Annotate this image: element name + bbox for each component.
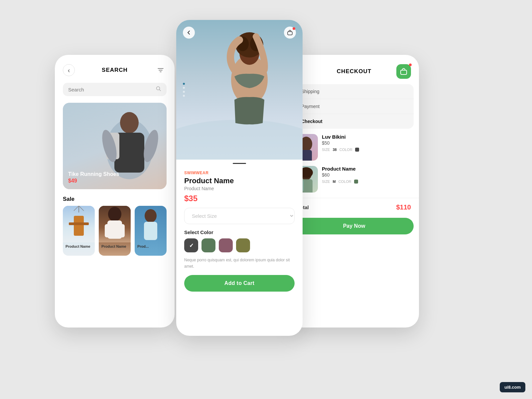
order-item: Luv Bikini $50 SIZE 38 COLOR xyxy=(295,134,414,161)
dot-3[interactable] xyxy=(183,91,185,93)
svg-rect-21 xyxy=(144,222,157,240)
list-item[interactable]: Product Name xyxy=(63,206,95,256)
featured-label: Tike Running Shoes $49 xyxy=(68,171,119,184)
color-section: Select Color ✓ xyxy=(184,229,295,252)
svg-rect-11 xyxy=(74,216,84,236)
featured-card[interactable]: Tike Running Shoes $49 xyxy=(63,103,167,189)
step-shipping[interactable]: Shipping xyxy=(295,84,414,99)
product-category: SWIMWEAR xyxy=(184,171,295,175)
checkout-title: CHECKOUT xyxy=(337,68,371,75)
total-row: Total $110 xyxy=(289,198,419,215)
svg-rect-12 xyxy=(69,222,89,225)
color-dot-2 xyxy=(354,180,358,184)
svg-rect-30 xyxy=(401,70,407,74)
checkout-screen: CHECKOUT Shipping Payment Checkout Luv B… xyxy=(289,55,419,328)
hero-image xyxy=(176,20,303,160)
search-screen: SEARCH xyxy=(55,55,175,328)
total-amount: $110 xyxy=(396,203,411,211)
checkout-bag-dot xyxy=(409,64,412,66)
dot-1[interactable] xyxy=(183,83,185,85)
search-bar[interactable] xyxy=(63,83,167,96)
step-payment[interactable]: Payment xyxy=(295,99,414,114)
add-to-cart-button[interactable]: Add to Cart xyxy=(184,275,295,292)
svg-line-4 xyxy=(160,90,161,91)
product-description: Neque porro quisquam est, qui dolorem ip… xyxy=(184,257,295,270)
size-label-1: SIZE xyxy=(322,148,330,152)
svg-line-15 xyxy=(79,206,84,211)
sale-item-label: Product Name xyxy=(99,242,131,250)
sale-item-label: Product Name xyxy=(63,242,95,250)
order-item-info-1: Luv Bikini $50 SIZE 38 COLOR xyxy=(322,134,414,152)
nav-back-button[interactable] xyxy=(183,27,195,39)
featured-price: $49 xyxy=(68,178,119,184)
order-item: Product Name $60 SIZE M COLOR xyxy=(295,166,414,193)
order-item-name-2: Product Name xyxy=(322,166,414,172)
color-swatch-dark[interactable]: ✓ xyxy=(184,238,198,252)
pay-now-button[interactable]: Pay Now xyxy=(295,218,414,234)
sale-grid: Product Name Product Name Prod... xyxy=(55,206,175,256)
order-list: Luv Bikini $50 SIZE 38 COLOR xyxy=(289,134,419,193)
svg-point-16 xyxy=(108,207,121,221)
slide-indicator xyxy=(176,160,303,164)
product-price: $35 xyxy=(184,194,295,203)
search-title: SEARCH xyxy=(102,67,128,73)
search-header: SEARCH xyxy=(55,55,175,80)
svg-line-14 xyxy=(74,206,79,211)
color-swatch-mauve[interactable] xyxy=(219,238,233,252)
watermark: ui8.com xyxy=(500,382,525,392)
order-item-price-1: $50 xyxy=(322,140,414,146)
size-value-2: M xyxy=(332,180,335,184)
order-item-name-1: Luv Bikini xyxy=(322,134,414,140)
size-select[interactable]: Select Size XS S M L XL xyxy=(184,208,295,224)
search-input[interactable] xyxy=(68,87,153,92)
filter-button[interactable] xyxy=(155,64,167,76)
svg-rect-29 xyxy=(288,32,292,35)
size-label-2: SIZE xyxy=(322,180,330,184)
featured-name: Tike Running Shoes xyxy=(68,171,119,177)
product-screen: SWIMWEAR Product Name Product Name $35 S… xyxy=(176,20,303,336)
color-dot-1 xyxy=(355,148,359,152)
order-item-info-2: Product Name $60 SIZE M COLOR xyxy=(322,166,414,184)
color-label: Select Color xyxy=(184,229,295,235)
svg-rect-19 xyxy=(118,224,125,237)
product-name-main: Product Name xyxy=(184,177,295,185)
color-label-1: COLOR xyxy=(339,148,352,152)
product-name-sub: Product Name xyxy=(184,186,295,191)
back-button[interactable] xyxy=(63,64,75,76)
sale-section-title: Sale xyxy=(55,189,175,206)
color-label-2: COLOR xyxy=(338,180,351,184)
svg-point-6 xyxy=(120,112,139,133)
nav-bag-button[interactable] xyxy=(284,27,296,39)
color-swatches: ✓ xyxy=(184,238,295,252)
search-icon xyxy=(156,86,161,93)
svg-rect-18 xyxy=(105,224,111,237)
list-item[interactable]: Product Name xyxy=(99,206,131,256)
checkout-bag-button[interactable] xyxy=(396,64,411,79)
sale-item-label: Prod... xyxy=(135,242,167,250)
svg-point-20 xyxy=(145,209,157,222)
list-item[interactable]: Prod... xyxy=(135,206,167,256)
svg-point-23 xyxy=(176,120,303,160)
order-item-meta-2: SIZE M COLOR xyxy=(322,180,414,184)
order-item-price-2: $60 xyxy=(322,172,414,178)
dot-2[interactable] xyxy=(183,87,185,89)
checkout-steps: Shipping Payment Checkout xyxy=(295,84,414,129)
product-hero xyxy=(176,20,303,160)
color-swatch-green[interactable] xyxy=(201,238,215,252)
product-nav xyxy=(176,27,303,39)
image-dots-nav xyxy=(183,83,185,97)
product-info: SWIMWEAR Product Name Product Name $35 S… xyxy=(176,164,303,298)
size-value-1: 38 xyxy=(332,148,336,152)
order-item-meta-1: SIZE 38 COLOR xyxy=(322,148,414,152)
checkout-header: CHECKOUT xyxy=(289,55,419,84)
step-checkout[interactable]: Checkout xyxy=(295,114,414,129)
dot-4[interactable] xyxy=(183,95,185,97)
color-swatch-olive[interactable] xyxy=(236,238,250,252)
bag-notification-dot xyxy=(293,27,295,30)
